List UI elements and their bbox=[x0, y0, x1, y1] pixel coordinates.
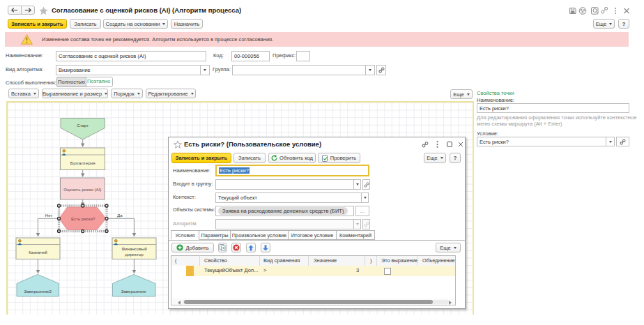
svg-text:Нет: Нет bbox=[45, 213, 53, 218]
svg-text:Да: Да bbox=[117, 213, 123, 218]
svg-text:директор: директор bbox=[125, 252, 144, 257]
svg-text:Финансовый: Финансовый bbox=[121, 246, 147, 251]
svg-text:Старт: Старт bbox=[77, 123, 89, 128]
svg-text:Казначей: Казначей bbox=[29, 250, 47, 255]
svg-text:Бухгалтерия: Бухгалтерия bbox=[70, 160, 95, 165]
svg-text:Завершение: Завершение bbox=[121, 289, 147, 294]
svg-text:Оценить риски (AI): Оценить риски (AI) bbox=[63, 187, 101, 192]
svg-text:Завершение2: Завершение2 bbox=[24, 289, 52, 294]
svg-text:Есть риски?: Есть риски? bbox=[71, 216, 95, 221]
